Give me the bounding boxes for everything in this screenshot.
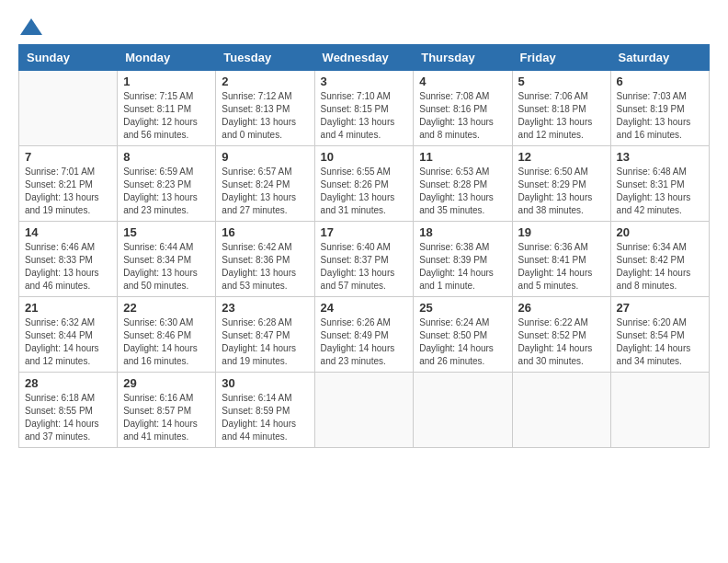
day-number: 30 bbox=[222, 376, 308, 390]
day-number: 4 bbox=[419, 75, 506, 88]
calendar-day-cell: 28Sunrise: 6:18 AMSunset: 8:55 PMDayligh… bbox=[19, 373, 118, 448]
day-info: Sunrise: 6:44 AMSunset: 8:34 PMDaylight:… bbox=[123, 241, 210, 293]
calendar-day-cell: 19Sunrise: 6:36 AMSunset: 8:41 PMDayligh… bbox=[512, 222, 610, 297]
day-info: Sunrise: 6:36 AMSunset: 8:41 PMDaylight:… bbox=[518, 241, 605, 293]
calendar-week-row: 14Sunrise: 6:46 AMSunset: 8:33 PMDayligh… bbox=[19, 222, 710, 297]
calendar-table: SundayMondayTuesdayWednesdayThursdayFrid… bbox=[18, 44, 710, 448]
calendar-day-cell: 11Sunrise: 6:53 AMSunset: 8:28 PMDayligh… bbox=[414, 146, 512, 222]
day-number: 26 bbox=[518, 301, 605, 315]
day-info: Sunrise: 6:30 AMSunset: 8:46 PMDaylight:… bbox=[123, 316, 210, 368]
day-info: Sunrise: 7:03 AMSunset: 8:19 PMDaylight:… bbox=[617, 90, 703, 142]
day-info: Sunrise: 6:46 AMSunset: 8:33 PMDaylight:… bbox=[25, 241, 111, 293]
day-info: Sunrise: 7:12 AMSunset: 8:13 PMDaylight:… bbox=[222, 90, 308, 142]
logo bbox=[18, 18, 42, 35]
weekday-header: Friday bbox=[512, 45, 610, 71]
day-info: Sunrise: 6:16 AMSunset: 8:57 PMDaylight:… bbox=[123, 392, 210, 443]
day-info: Sunrise: 6:50 AMSunset: 8:29 PMDaylight:… bbox=[518, 166, 605, 217]
day-number: 28 bbox=[25, 376, 111, 390]
calendar-header-row: SundayMondayTuesdayWednesdayThursdayFrid… bbox=[19, 45, 710, 71]
day-info: Sunrise: 6:28 AMSunset: 8:47 PMDaylight:… bbox=[222, 316, 308, 368]
day-number: 25 bbox=[419, 301, 506, 315]
day-info: Sunrise: 7:08 AMSunset: 8:16 PMDaylight:… bbox=[419, 90, 506, 142]
calendar-week-row: 7Sunrise: 7:01 AMSunset: 8:21 PMDaylight… bbox=[19, 146, 710, 222]
day-number: 16 bbox=[222, 225, 308, 239]
day-info: Sunrise: 7:06 AMSunset: 8:18 PMDaylight:… bbox=[518, 90, 605, 142]
calendar-day-cell: 22Sunrise: 6:30 AMSunset: 8:46 PMDayligh… bbox=[118, 297, 216, 373]
calendar-day-cell: 4Sunrise: 7:08 AMSunset: 8:16 PMDaylight… bbox=[414, 71, 512, 146]
day-number: 22 bbox=[123, 301, 210, 315]
day-info: Sunrise: 6:57 AMSunset: 8:24 PMDaylight:… bbox=[222, 166, 308, 217]
calendar-day-cell: 12Sunrise: 6:50 AMSunset: 8:29 PMDayligh… bbox=[512, 146, 610, 222]
calendar-day-cell: 15Sunrise: 6:44 AMSunset: 8:34 PMDayligh… bbox=[118, 222, 216, 297]
day-info: Sunrise: 6:55 AMSunset: 8:26 PMDaylight:… bbox=[321, 166, 408, 217]
calendar-day-cell: 1Sunrise: 7:15 AMSunset: 8:11 PMDaylight… bbox=[118, 71, 216, 146]
calendar-day-cell: 27Sunrise: 6:20 AMSunset: 8:54 PMDayligh… bbox=[610, 297, 709, 373]
calendar-day-cell: 10Sunrise: 6:55 AMSunset: 8:26 PMDayligh… bbox=[314, 146, 414, 222]
calendar-day-cell: 20Sunrise: 6:34 AMSunset: 8:42 PMDayligh… bbox=[610, 222, 709, 297]
day-number: 12 bbox=[518, 150, 605, 164]
page-header bbox=[18, 18, 710, 35]
day-number: 17 bbox=[321, 225, 408, 239]
calendar-day-cell: 8Sunrise: 6:59 AMSunset: 8:23 PMDaylight… bbox=[118, 146, 216, 222]
weekday-header: Thursday bbox=[414, 45, 512, 71]
day-info: Sunrise: 6:42 AMSunset: 8:36 PMDaylight:… bbox=[222, 241, 308, 293]
weekday-header: Monday bbox=[118, 45, 216, 71]
day-number: 15 bbox=[123, 225, 210, 239]
calendar-day-cell: 6Sunrise: 7:03 AMSunset: 8:19 PMDaylight… bbox=[610, 71, 709, 146]
day-info: Sunrise: 6:26 AMSunset: 8:49 PMDaylight:… bbox=[321, 316, 408, 368]
day-number: 23 bbox=[222, 301, 308, 315]
day-number: 7 bbox=[25, 150, 111, 164]
day-number: 3 bbox=[321, 75, 408, 88]
calendar-day-cell: 9Sunrise: 6:57 AMSunset: 8:24 PMDaylight… bbox=[216, 146, 314, 222]
day-number: 9 bbox=[222, 150, 308, 164]
day-info: Sunrise: 6:24 AMSunset: 8:50 PMDaylight:… bbox=[419, 316, 506, 368]
day-info: Sunrise: 6:38 AMSunset: 8:39 PMDaylight:… bbox=[419, 241, 506, 293]
day-number: 18 bbox=[419, 225, 506, 239]
day-number: 6 bbox=[617, 75, 703, 88]
day-number: 5 bbox=[518, 75, 605, 88]
calendar-day-cell: 3Sunrise: 7:10 AMSunset: 8:15 PMDaylight… bbox=[314, 71, 414, 146]
calendar-day-cell bbox=[610, 373, 709, 448]
calendar-day-cell: 25Sunrise: 6:24 AMSunset: 8:50 PMDayligh… bbox=[414, 297, 512, 373]
day-number: 8 bbox=[123, 150, 210, 164]
day-info: Sunrise: 6:40 AMSunset: 8:37 PMDaylight:… bbox=[321, 241, 408, 293]
weekday-header: Wednesday bbox=[314, 45, 414, 71]
day-info: Sunrise: 6:14 AMSunset: 8:59 PMDaylight:… bbox=[222, 392, 308, 443]
calendar-day-cell: 2Sunrise: 7:12 AMSunset: 8:13 PMDaylight… bbox=[216, 71, 314, 146]
calendar-day-cell: 18Sunrise: 6:38 AMSunset: 8:39 PMDayligh… bbox=[414, 222, 512, 297]
calendar-day-cell: 5Sunrise: 7:06 AMSunset: 8:18 PMDaylight… bbox=[512, 71, 610, 146]
calendar-week-row: 21Sunrise: 6:32 AMSunset: 8:44 PMDayligh… bbox=[19, 297, 710, 373]
day-info: Sunrise: 7:10 AMSunset: 8:15 PMDaylight:… bbox=[321, 90, 408, 142]
calendar-day-cell bbox=[19, 71, 118, 146]
calendar-day-cell: 26Sunrise: 6:22 AMSunset: 8:52 PMDayligh… bbox=[512, 297, 610, 373]
calendar-day-cell: 14Sunrise: 6:46 AMSunset: 8:33 PMDayligh… bbox=[19, 222, 118, 297]
calendar-day-cell bbox=[414, 373, 512, 448]
day-info: Sunrise: 6:53 AMSunset: 8:28 PMDaylight:… bbox=[419, 166, 506, 217]
weekday-header: Tuesday bbox=[216, 45, 314, 71]
day-number: 27 bbox=[617, 301, 703, 315]
day-number: 21 bbox=[25, 301, 111, 315]
calendar-day-cell: 24Sunrise: 6:26 AMSunset: 8:49 PMDayligh… bbox=[314, 297, 414, 373]
day-info: Sunrise: 6:48 AMSunset: 8:31 PMDaylight:… bbox=[617, 166, 703, 217]
calendar-day-cell: 21Sunrise: 6:32 AMSunset: 8:44 PMDayligh… bbox=[19, 297, 118, 373]
calendar-day-cell: 30Sunrise: 6:14 AMSunset: 8:59 PMDayligh… bbox=[216, 373, 314, 448]
day-info: Sunrise: 6:18 AMSunset: 8:55 PMDaylight:… bbox=[25, 392, 111, 443]
day-number: 29 bbox=[123, 376, 210, 390]
calendar-day-cell: 16Sunrise: 6:42 AMSunset: 8:36 PMDayligh… bbox=[216, 222, 314, 297]
day-info: Sunrise: 7:01 AMSunset: 8:21 PMDaylight:… bbox=[25, 166, 111, 217]
day-number: 1 bbox=[123, 75, 210, 88]
logo-icon bbox=[20, 18, 42, 35]
svg-marker-0 bbox=[20, 18, 42, 35]
calendar-day-cell bbox=[512, 373, 610, 448]
day-info: Sunrise: 6:22 AMSunset: 8:52 PMDaylight:… bbox=[518, 316, 605, 368]
calendar-day-cell: 29Sunrise: 6:16 AMSunset: 8:57 PMDayligh… bbox=[118, 373, 216, 448]
day-info: Sunrise: 6:34 AMSunset: 8:42 PMDaylight:… bbox=[617, 241, 703, 293]
day-number: 14 bbox=[25, 225, 111, 239]
calendar-day-cell: 17Sunrise: 6:40 AMSunset: 8:37 PMDayligh… bbox=[314, 222, 414, 297]
day-number: 19 bbox=[518, 225, 605, 239]
calendar-day-cell: 7Sunrise: 7:01 AMSunset: 8:21 PMDaylight… bbox=[19, 146, 118, 222]
day-number: 2 bbox=[222, 75, 308, 88]
day-number: 20 bbox=[617, 225, 703, 239]
calendar-week-row: 1Sunrise: 7:15 AMSunset: 8:11 PMDaylight… bbox=[19, 71, 710, 146]
weekday-header: Sunday bbox=[19, 45, 118, 71]
